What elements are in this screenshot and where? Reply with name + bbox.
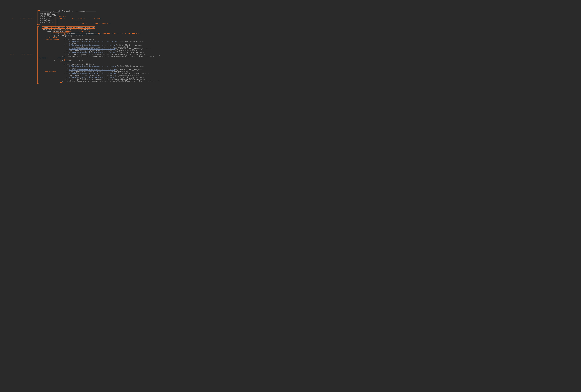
tb1: Traceback (most recent call last): File … xyxy=(62,37,160,57)
file-link[interactable]: E:\Development\test_junkie\test_junkie\r… xyxy=(69,44,116,46)
bracket-foot-icon xyxy=(60,82,61,83)
box-pkg: playground.suiteD.API xyxy=(74,26,95,28)
connector xyxy=(64,58,67,58)
bracket-foot-icon xyxy=(37,83,38,84)
connector xyxy=(60,38,61,38)
label-every-exec2: ATTEMPT IS LOGGED xyxy=(42,39,60,40)
box-run2-time: [3.30s] xyxy=(64,59,72,61)
box-status: [SUCCESS] xyxy=(42,26,52,28)
suite-fail-line: >> [FAIL] [1/4 25.00%] [6.61s] playgroun… xyxy=(40,28,92,30)
label-runtime: TOTAL RUNTIME OF THE SUITE xyxy=(68,20,96,22)
connector xyxy=(58,19,59,27)
suite-success-line: >> [SUCCESS] [4/4 100.00%] [0.00s] playg… xyxy=(40,26,95,28)
label-pkg: SUITE'S PACKAGE & CLASS NAME xyxy=(82,23,112,24)
label-failed-name: NAME OF THE FAILED TEST xyxy=(68,31,92,32)
connector xyxy=(60,37,60,38)
bracket-absolute xyxy=(38,10,40,24)
label-every-exec1: EVERY EXECUTION xyxy=(42,37,57,38)
header-line: ========== Test Junkie finished in 7.63 … xyxy=(40,10,96,12)
box-params: {'username': 'demo', 'password': ''} xyxy=(64,33,100,35)
file-link[interactable]: E:\Development\test_junkie\test_junkie\r… xyxy=(69,73,116,74)
tb-head: Traceback (most recent call last): xyxy=(62,39,95,40)
file-link[interactable]: E:\Development\test_junkie\test_junkie\m… xyxy=(69,40,117,42)
run2-line: |__ run #2 [3.30s] :: Error msg: xyxy=(40,59,86,61)
label-count-rate: TEST COUNT, PASS VS TOTAL & PASSING RATE xyxy=(59,18,101,19)
run1-line: |__ run #1 [3.30s] :: Error msg: xyxy=(40,35,86,37)
param-line: |__ parameter: {'username': 'demo', 'pas… xyxy=(40,33,100,35)
test-line: |__ test: negative_login() xyxy=(40,30,69,33)
connector xyxy=(98,33,99,34)
bracket-foot-icon xyxy=(37,24,38,25)
file-link[interactable]: E:\Development\test_junkie\test_junkie\m… xyxy=(69,65,117,67)
label-suite-status: SUITE'S STATUS xyxy=(57,16,72,17)
file-link[interactable]: E:\Development\test_junkie\playground\su… xyxy=(69,76,115,78)
file-link[interactable]: E:\Development\test_junkie\test_junkie\r… xyxy=(69,48,116,50)
metric-row: [5/8 62.50%] SUCCESS xyxy=(40,12,59,14)
connector xyxy=(56,16,57,27)
box-time: [0.00s] xyxy=(66,26,74,28)
bracket-tb xyxy=(60,61,62,82)
connector xyxy=(81,24,82,27)
label-runtime-attempt: RUNTIME FOR THIS ATTEMPT xyxy=(39,57,64,59)
file-link[interactable]: E:\Development\test_junkie\test_junkie\r… xyxy=(69,69,116,71)
connector xyxy=(67,21,68,27)
box-run1: run #1 xyxy=(58,35,64,37)
tb2: Traceback (most recent call last): File … xyxy=(62,61,160,82)
tb-head: Traceback (most recent call last): xyxy=(62,63,95,65)
label-detailed: DETAILED SUITE METRICS xyxy=(10,53,33,55)
connector xyxy=(66,31,68,31)
metric-row: [3/8 37.50%] FAIL xyxy=(40,14,59,16)
box-count: [4/4 100.00%] xyxy=(52,26,66,28)
label-absolute: ABSOLUTE TEST METRICS xyxy=(12,17,34,19)
file-link[interactable]: E:\Development\test_junkie\playground\su… xyxy=(69,52,115,53)
bracket-detailed xyxy=(37,26,40,83)
label-full-tb: FULL TRACEBACK xyxy=(44,70,58,72)
label-params: PARAMETERS IT FAILED WITH (IF APPLICABLE… xyxy=(100,33,143,34)
connector xyxy=(67,58,67,59)
